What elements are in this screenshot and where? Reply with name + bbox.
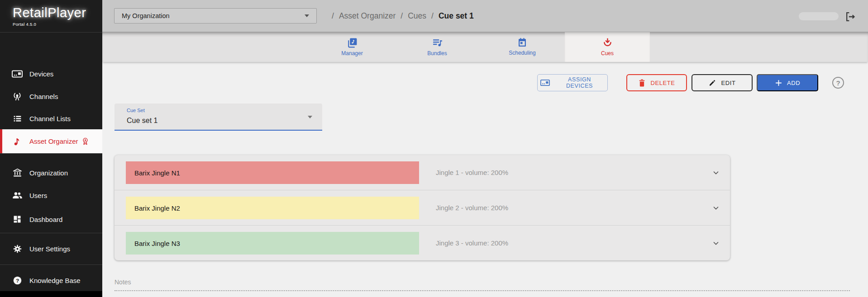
add-button[interactable]: ADD (757, 74, 818, 91)
sidebar-item-label: Users (29, 192, 47, 199)
sidebar-item-label: Knowledge Base (29, 277, 81, 284)
edit-button[interactable]: EDIT (692, 74, 753, 91)
cue-name: Barix Jingle N3 (134, 240, 180, 247)
sidebar-item-knowledge-base[interactable]: ? Knowledge Base (0, 269, 102, 292)
cue-row[interactable]: Barix Jingle N3 Jingle 3 - volume: 200% (114, 226, 730, 260)
add-label: ADD (787, 80, 800, 86)
tab-label: Scheduling (509, 50, 535, 56)
brand-name: RetailPlayer (13, 5, 86, 20)
breadcrumb-separator: / (431, 11, 434, 21)
cue-row[interactable]: Barix Jingle N1 Jingle 1 - volume: 200% (114, 155, 730, 190)
sidebar-divider (0, 153, 102, 154)
bank-icon (11, 168, 24, 178)
organization-select-value: My Organization (122, 12, 170, 19)
cue-download-icon (602, 37, 613, 48)
cue-set-select-value: Cue set 1 (127, 117, 157, 125)
tab-cues[interactable]: Cues (565, 32, 650, 62)
chevron-down-icon[interactable] (712, 204, 720, 212)
app-window: RetailPlayer Portal 4.5.0 Devices Channe… (0, 0, 868, 297)
tab-label: Bundles (427, 50, 447, 57)
sidebar-item-label: Organization (29, 169, 68, 177)
cue-color-tag: Barix Jingle N1 (126, 161, 419, 184)
cue-set-select[interactable]: Cue Set Cue set 1 (114, 104, 322, 131)
breadcrumb-cues[interactable]: Cues (408, 11, 426, 21)
chevron-down-icon (305, 14, 309, 17)
sidebar-item-label: Channel Lists (29, 115, 71, 123)
sidebar-item-asset-organizer[interactable]: Asset Organizer (0, 129, 102, 153)
cue-color-tag: Barix Jingle N3 (126, 232, 419, 255)
cue-set-select-label: Cue Set (127, 108, 145, 113)
tab-label: Cues (601, 50, 614, 57)
trash-icon (638, 79, 646, 87)
sidebar-divider (0, 32, 102, 33)
sidebar-item-label: Devices (29, 70, 53, 78)
gear-icon (11, 244, 24, 254)
sidebar-item-organization[interactable]: Organization (0, 161, 102, 184)
brand-logo: RetailPlayer Portal 4.5.0 (13, 5, 86, 27)
breadcrumb-current: Cue set 1 (439, 11, 474, 21)
music-note-icon (11, 137, 24, 146)
question-circle-icon: ? (11, 276, 24, 285)
breadcrumb-asset-organizer[interactable]: Asset Organizer (339, 11, 396, 21)
help-glyph: ? (836, 79, 840, 87)
sidebar-item-label: Dashboard (29, 216, 62, 223)
chevron-down-icon (308, 116, 312, 118)
cue-details: Jingle 2 - volume: 200% (436, 190, 508, 225)
sidebar-item-label: User Settings (29, 245, 70, 253)
sidebar-item-user-settings[interactable]: User Settings (0, 237, 102, 260)
sidebar-item-label: Channels (29, 93, 58, 100)
dashboard-icon (11, 215, 24, 224)
svg-text:?: ? (15, 277, 19, 283)
sidebar-item-users[interactable]: Users (0, 184, 102, 207)
brand-version: Portal 4.5.0 (13, 22, 86, 27)
cue-list-panel: Barix Jingle N1 Jingle 1 - volume: 200% … (114, 155, 730, 260)
broadcast-icon (11, 91, 24, 101)
cue-details: Jingle 3 - volume: 200% (436, 226, 508, 260)
cue-name: Barix Jingle N1 (134, 169, 180, 177)
sidebar-item-label: Asset Organizer (29, 137, 78, 145)
calendar-icon (517, 37, 528, 48)
sidebar-item-dashboard[interactable]: Dashboard (0, 208, 102, 231)
tab-bundles[interactable]: Bundles (395, 32, 480, 62)
queue-music-icon (432, 37, 443, 48)
delete-label: DELETE (650, 80, 675, 86)
cue-name: Barix Jingle N2 (134, 204, 180, 212)
tab-scheduling[interactable]: Scheduling (480, 32, 565, 62)
breadcrumb: / Asset Organizer / Cues / Cue set 1 (332, 0, 474, 32)
chevron-down-icon[interactable] (712, 239, 720, 247)
list-icon (11, 114, 24, 123)
assign-devices-button[interactable]: ASSIGN DEVICES (537, 74, 608, 91)
sidebar: RetailPlayer Portal 4.5.0 Devices Channe… (0, 0, 102, 297)
devices-icon (540, 80, 550, 86)
devices-icon (11, 70, 24, 78)
breadcrumb-separator: / (332, 11, 334, 21)
help-icon[interactable]: ? (832, 77, 844, 89)
logout-icon[interactable] (844, 11, 857, 23)
cue-color-tag: Barix Jingle N2 (126, 197, 419, 219)
cue-details: Jingle 1 - volume: 200% (436, 155, 508, 190)
breadcrumb-separator: / (401, 11, 403, 21)
sidebar-divider (0, 233, 102, 233)
notes-input[interactable] (114, 284, 850, 291)
cue-row[interactable]: Barix Jingle N2 Jingle 2 - volume: 200% (114, 190, 730, 226)
users-icon (11, 191, 24, 200)
new-badge-icon (81, 137, 89, 146)
sidebar-divider (0, 264, 102, 265)
sidebar-item-devices[interactable]: Devices (0, 62, 102, 85)
sidebar-footer (0, 291, 102, 297)
sidebar-item-channel-lists[interactable]: Channel Lists (0, 107, 102, 130)
sidebar-item-channels[interactable]: Channels (0, 85, 102, 108)
chevron-down-icon[interactable] (712, 169, 720, 177)
user-pill[interactable] (799, 12, 839, 20)
pencil-icon (708, 79, 716, 87)
tab-manager[interactable]: Manager (310, 32, 395, 62)
plus-icon (775, 79, 782, 87)
edit-label: EDIT (721, 80, 735, 86)
library-music-icon (347, 37, 358, 48)
assign-devices-label: ASSIGN DEVICES (554, 76, 605, 89)
tab-label: Manager (341, 50, 362, 57)
delete-button[interactable]: DELETE (626, 74, 687, 91)
organization-select[interactable]: My Organization (114, 8, 317, 24)
